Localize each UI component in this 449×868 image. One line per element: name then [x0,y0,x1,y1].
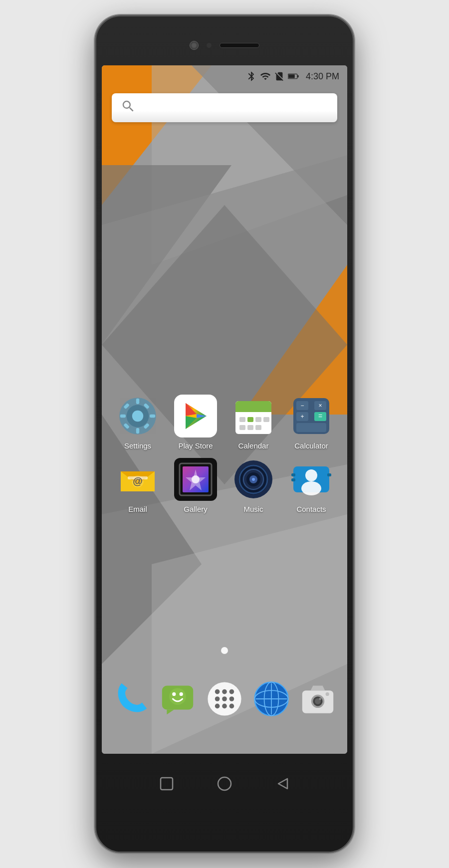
svg-point-81 [180,692,183,696]
page-dot-active [221,647,228,654]
svg-rect-75 [291,478,295,481]
settings-label: Settings [124,441,151,450]
svg-point-88 [229,696,234,701]
app-calendar[interactable]: Calendar [226,395,280,450]
settings-icon [116,395,159,437]
svg-point-106 [218,777,231,790]
svg-rect-39 [247,425,253,430]
calculator-icon: − × + = [290,395,333,437]
bluetooth-icon [246,71,257,82]
svg-point-89 [215,704,220,709]
svg-point-70 [252,478,255,481]
svg-rect-18 [136,428,139,434]
svg-point-86 [215,696,220,701]
email-label: Email [128,505,147,513]
svg-text:+: + [300,413,304,420]
messaging-icon [157,678,198,719]
svg-point-83 [215,689,220,694]
svg-point-91 [229,704,234,709]
app-calculator[interactable]: − × + = Calculator [284,395,338,450]
svg-point-73 [301,481,321,495]
svg-point-104 [326,692,329,696]
dock-browser[interactable] [251,678,292,719]
dock [108,659,341,739]
svg-rect-105 [161,778,173,790]
nav-recents-button[interactable] [158,775,176,793]
phone-device: 4:30 PM [95,15,354,853]
svg-point-85 [229,689,234,694]
music-label: Music [243,505,263,513]
svg-rect-36 [255,417,261,422]
front-camera [190,41,199,50]
proximity-sensor [207,43,212,48]
contacts-label: Contacts [296,505,326,513]
svg-rect-40 [255,425,261,430]
svg-rect-50 [296,423,326,432]
svg-rect-37 [263,417,269,422]
svg-rect-12 [288,74,295,78]
svg-text:−: − [300,402,304,409]
svg-text:@: @ [133,475,143,486]
dock-phone[interactable] [111,678,152,719]
svg-point-72 [305,469,317,481]
play-store-label: Play Store [178,441,213,450]
play-store-icon [174,395,217,437]
svg-rect-17 [136,399,139,404]
calendar-label: Calendar [238,441,269,450]
app-settings[interactable]: Settings [111,395,165,450]
dock-messaging[interactable] [157,678,198,719]
phone-screen: 4:30 PM [102,65,347,754]
search-icon [121,99,136,117]
svg-point-80 [173,692,176,696]
svg-text:=: = [318,412,322,420]
svg-text:×: × [318,402,322,409]
svg-rect-74 [291,473,295,476]
app-grid: Settings [102,395,347,513]
email-icon: @ [116,458,159,501]
svg-point-103 [319,698,322,700]
signal-icon [260,71,271,82]
app-contacts[interactable]: Contacts [284,458,338,513]
svg-rect-20 [150,415,155,418]
svg-rect-38 [239,425,245,430]
music-icon [232,458,275,501]
nav-home-button[interactable] [216,775,233,793]
app-drawer-icon [204,678,245,719]
nav-back-button[interactable] [273,775,291,793]
phone-icon [111,678,152,719]
svg-rect-34 [239,417,245,422]
no-sim-icon [274,71,285,82]
contacts-icon [290,458,333,501]
search-bar[interactable] [112,93,337,122]
camera-icon [297,678,338,719]
status-time: 4:30 PM [306,71,339,82]
svg-rect-76 [327,473,331,476]
top-bezel [103,25,346,65]
svg-point-90 [222,704,227,709]
browser-icon [251,678,292,719]
status-icons: 4:30 PM [246,71,339,82]
app-email[interactable]: @ Email [111,458,165,513]
gallery-icon [174,458,217,501]
calendar-icon [232,395,275,437]
svg-point-87 [222,696,227,701]
page-indicator [102,647,347,654]
app-play-store[interactable]: Play Store [169,395,223,450]
app-music[interactable]: Music [226,458,280,513]
status-bar: 4:30 PM [102,65,347,87]
svg-marker-107 [278,779,287,789]
battery-icon [288,71,299,82]
svg-rect-33 [235,408,271,412]
calculator-label: Calculator [294,441,328,450]
dock-app-drawer[interactable] [204,678,245,719]
svg-point-79 [170,688,187,705]
bottom-bezel [103,754,346,814]
dock-camera[interactable] [297,678,338,719]
gallery-label: Gallery [184,505,208,513]
svg-point-16 [132,411,143,422]
earpiece-speaker [220,43,259,48]
svg-rect-19 [120,415,126,418]
svg-marker-99 [311,686,325,691]
app-gallery[interactable]: Gallery [169,458,223,513]
svg-marker-78 [167,710,174,715]
